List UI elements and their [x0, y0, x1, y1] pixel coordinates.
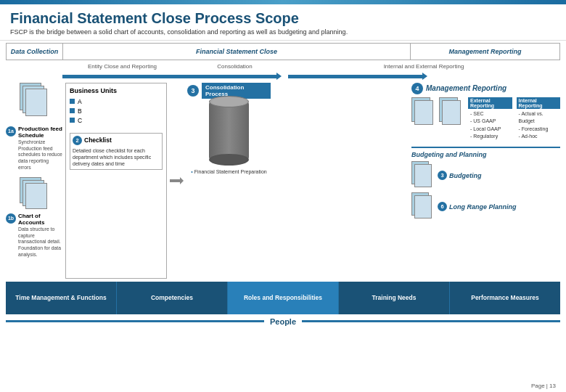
- mid-arrow: [170, 83, 184, 279]
- nav-item-performance[interactable]: Performance Measures: [450, 282, 560, 314]
- internal-reporting: Internal Reporting - Actual vs. Budget -…: [517, 97, 561, 141]
- badge-1b: 1b: [6, 213, 16, 224]
- sub-labels-row: Entity Close and Reporting Consolidation…: [6, 61, 560, 73]
- internal-items: - Actual vs. Budget - Forecasting - Ad-h…: [517, 110, 561, 141]
- int-item-1: - Actual vs. Budget: [519, 110, 561, 126]
- int-item-3: - Ad-hoc: [519, 133, 561, 141]
- section-1b-content: Chart of Accounts Data structure to capt…: [18, 213, 62, 258]
- biz-item-b: B: [70, 107, 163, 115]
- section-1b-desc: Data structure to capture transactional …: [18, 226, 62, 258]
- arrowhead-1: [276, 73, 282, 80]
- section-1b-title: Chart of Accounts: [18, 213, 62, 226]
- left-column: 1a Production feed Schedule Synchronize …: [6, 83, 62, 279]
- people-bar: People: [6, 317, 560, 326]
- doc-pages-top: [20, 83, 49, 119]
- arrows-row: [62, 73, 560, 81]
- doc-stack-r2: [439, 97, 464, 129]
- nav-item-training[interactable]: Training Needs: [339, 282, 450, 314]
- lrp-badge-6: 6: [438, 202, 447, 211]
- badge-2: 2: [73, 136, 82, 145]
- people-line-right: [302, 320, 560, 322]
- section-labels-row: Data Collection Financial Statement Clos…: [6, 43, 560, 60]
- consolidation-col: 3 Consolidation Process • Financial Stat…: [187, 83, 271, 279]
- checklist-box: 2 Checklist Detailed close checklist for…: [70, 133, 163, 170]
- lrp-item: 6 Long Range Planning: [411, 192, 560, 221]
- header: Financial Statement Close Process Scope …: [0, 4, 566, 41]
- doc-pages-bottom: [20, 177, 49, 210]
- middle-area: Business Units A B C 2 Checklist Detaile…: [65, 83, 409, 279]
- ext-item-3: - Local GAAP: [470, 126, 512, 134]
- page-subtitle: FSCP is the bridge between a solid chart…: [10, 28, 556, 37]
- doc-page-b3: [25, 183, 47, 209]
- biz-units-title: Business Units: [70, 87, 163, 94]
- lrp-label: Long Range Planning: [449, 203, 517, 211]
- arrow-1: [62, 75, 276, 78]
- external-report-header: External Reporting: [468, 97, 512, 109]
- data-collection-label: Data Collection: [7, 44, 63, 60]
- fs-prep-label: • Financial Statement Preparation: [191, 168, 266, 175]
- cylinder-bottom: [209, 154, 249, 166]
- doc-stack-bottom: [6, 177, 62, 210]
- nav-item-roles[interactable]: Roles and Responsibilities: [228, 282, 339, 314]
- biz-label-c: C: [78, 117, 82, 124]
- doc-stack-r1: [411, 97, 436, 129]
- right-column: 4 Management Reporting External Reportin…: [411, 83, 560, 279]
- biz-bullet-b: [70, 108, 75, 113]
- doc-page-3: [25, 89, 47, 116]
- biz-bullet-c: [70, 118, 75, 123]
- badge-4: 4: [411, 83, 423, 94]
- ext-item-2: - US GAAP: [470, 118, 512, 126]
- mgmt-report-title: Management Reporting: [426, 84, 506, 92]
- entity-close-sublabel: Entity Close and Reporting: [62, 63, 182, 70]
- lrp-doc-p2: [414, 195, 432, 219]
- budgeting-label-group: 3 Budgeting: [438, 171, 482, 180]
- people-line-left: [6, 320, 264, 322]
- biz-item-c: C: [70, 117, 163, 124]
- section-1a-desc: Synchronize Production feed schedules to…: [18, 139, 62, 171]
- budget-badge-3: 3: [438, 171, 447, 180]
- mr-label: Management Reporting: [411, 44, 559, 60]
- page-title: Financial Statement Close Process Scope: [10, 10, 556, 27]
- external-reporting: External Reporting - SEC - US GAAP - Loc…: [468, 97, 512, 141]
- mid-arrow-line: [170, 179, 180, 182]
- lrp-doc-stack: [411, 192, 435, 221]
- doc-r2-p2: [442, 100, 461, 125]
- arrowhead-2: [422, 73, 427, 80]
- doc-stack-top: [6, 83, 62, 123]
- budgeting-section: Budgeting and Planning 3 Budgeting: [411, 147, 560, 221]
- ext-item-1: - SEC: [470, 110, 512, 118]
- doc-r1-p2: [414, 100, 433, 125]
- badge-1a: 1a: [6, 126, 16, 136]
- people-label: People: [264, 317, 302, 326]
- mgmt-report-header: 4 Management Reporting: [411, 83, 560, 94]
- checklist-title: Checklist: [84, 136, 112, 144]
- section-1a-content: Production feed Schedule Synchronize Pro…: [18, 126, 62, 171]
- arrow-2: [288, 75, 422, 78]
- checklist-desc: Detailed close checklist for each depart…: [73, 147, 160, 167]
- section-1a-title: Production feed Schedule: [18, 126, 62, 139]
- int-item-2: - Forecasting: [519, 126, 561, 134]
- consolidation-sublabel: Consolidation: [182, 63, 287, 70]
- budgeting-item: 3 Budgeting: [411, 161, 560, 190]
- doc-stacks-right: [411, 97, 464, 129]
- nav-item-time-mgmt[interactable]: Time Management & Functions: [6, 282, 117, 314]
- page-number: Page | 13: [531, 383, 556, 389]
- section-1a: 1a Production feed Schedule Synchronize …: [6, 126, 62, 171]
- badge-3: 3: [187, 85, 199, 97]
- fsc-label: Financial Statement Close: [63, 44, 411, 60]
- lrp-label-group: 6 Long Range Planning: [438, 202, 517, 211]
- bottom-nav: Time Management & Functions Competencies…: [6, 282, 560, 314]
- budgeting-title: Budgeting and Planning: [411, 151, 560, 158]
- cylinder-shape: [209, 102, 249, 160]
- ext-item-4: - Regulatory: [470, 133, 512, 141]
- biz-label-a: A: [78, 98, 82, 105]
- external-items: - SEC - US GAAP - Local GAAP - Regulator…: [468, 110, 512, 141]
- cylinder-top: [209, 96, 249, 107]
- internal-report-header: Internal Reporting: [517, 97, 561, 109]
- budget-label: Budgeting: [449, 172, 482, 179]
- nav-item-competencies[interactable]: Competencies: [117, 282, 228, 314]
- internal-external-sublabel: Internal and External Reporting: [287, 63, 560, 70]
- section-1b: 1b Chart of Accounts Data structure to c…: [6, 213, 62, 258]
- report-content: External Reporting - SEC - US GAAP - Loc…: [411, 97, 560, 141]
- mid-arrowhead: [180, 177, 184, 184]
